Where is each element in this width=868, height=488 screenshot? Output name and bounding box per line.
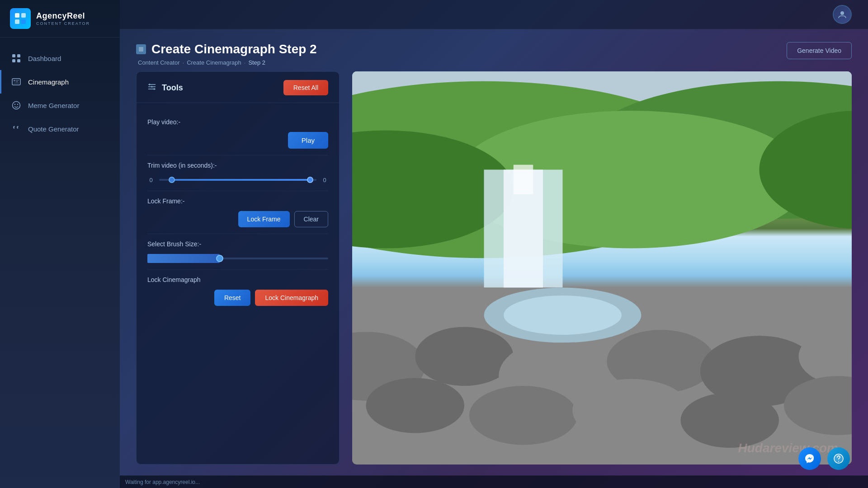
- meme-icon: [11, 100, 22, 111]
- sidebar-nav: Dashboard Cinemagraph: [0, 38, 120, 488]
- svg-point-51: [838, 461, 839, 462]
- sidebar-item-quote-label: Quote Generator: [28, 125, 79, 133]
- page-header: Create Cinemagraph Step 2 Content Creato…: [136, 42, 852, 66]
- brush-size-section: Select Brush Size:-: [147, 234, 328, 270]
- svg-point-13: [13, 102, 20, 109]
- breadcrumb-content-creator: Content Creator: [138, 59, 180, 66]
- svg-rect-0: [15, 13, 19, 18]
- svg-rect-1: [21, 13, 26, 18]
- svg-rect-34: [514, 165, 533, 194]
- svg-point-43: [469, 386, 577, 445]
- svg-point-15: [17, 104, 18, 105]
- svg-point-45: [681, 393, 779, 448]
- svg-point-44: [572, 379, 690, 442]
- breadcrumb-sep-2: ·: [244, 59, 246, 66]
- play-button[interactable]: Play: [288, 132, 328, 149]
- video-preview: Hudareview.com: [352, 71, 852, 465]
- page-title-area: Create Cinemagraph Step 2 Content Creato…: [136, 42, 317, 66]
- tools-icon: [147, 83, 156, 93]
- lock-frame-label: Lock Frame:-: [147, 197, 328, 205]
- svg-rect-7: [17, 59, 20, 62]
- floating-buttons: [798, 447, 850, 470]
- trim-range[interactable]: [159, 175, 316, 184]
- sidebar-item-dashboard[interactable]: Dashboard: [0, 47, 120, 70]
- svg-rect-12: [14, 83, 19, 84]
- logo-icon: [10, 8, 31, 29]
- tools-title-text: Tools: [162, 83, 183, 93]
- svg-point-48: [504, 296, 622, 335]
- reset-all-button[interactable]: Reset All: [283, 80, 328, 95]
- play-video-label: Play video:-: [147, 118, 328, 126]
- svg-rect-10: [16, 80, 19, 81]
- svg-rect-11: [16, 81, 18, 82]
- play-video-section: Play video:- Play: [147, 112, 328, 155]
- messenger-button[interactable]: [798, 447, 821, 470]
- brush-thumb[interactable]: [216, 255, 223, 262]
- breadcrumb-create-cinemagraph: Create Cinemagraph: [187, 59, 241, 66]
- content-area: Create Cinemagraph Step 2 Content Creato…: [120, 29, 868, 475]
- sidebar-logo: AgencyReel CONTENT CREATOR: [0, 0, 120, 38]
- brush-range[interactable]: [147, 254, 328, 263]
- sidebar: AgencyReel CONTENT CREATOR Dashboard: [0, 0, 120, 488]
- page-title-text: Create Cinemagraph Step 2: [151, 42, 317, 56]
- svg-rect-9: [14, 80, 15, 81]
- generate-video-button[interactable]: Generate Video: [787, 42, 852, 59]
- svg-rect-18: [139, 47, 143, 52]
- clear-button[interactable]: Clear: [294, 211, 328, 227]
- play-video-row: Play: [147, 132, 328, 149]
- logo-title: AgencyReel: [36, 11, 90, 21]
- svg-point-37: [415, 327, 514, 386]
- quote-icon: [11, 123, 22, 134]
- sidebar-item-meme-generator[interactable]: Meme Generator: [0, 94, 120, 117]
- brush-size-label: Select Brush Size:-: [147, 240, 328, 248]
- sidebar-item-quote-generator[interactable]: Quote Generator: [0, 117, 120, 141]
- main-area: Create Cinemagraph Step 2 Content Creato…: [120, 0, 868, 488]
- cinemagraph-icon: [11, 76, 22, 87]
- trim-slider-container: 0 0: [147, 175, 328, 184]
- svg-rect-2: [15, 19, 19, 24]
- page-title: Create Cinemagraph Step 2: [136, 42, 317, 56]
- trim-right-value: 0: [321, 177, 328, 183]
- trim-thumb-left[interactable]: [169, 177, 175, 183]
- lock-frame-button[interactable]: Lock Frame: [238, 211, 290, 227]
- dashboard-icon: [11, 53, 22, 64]
- svg-rect-5: [17, 54, 20, 57]
- reset-button[interactable]: Reset: [214, 290, 251, 306]
- tools-header: Tools Reset All: [137, 72, 339, 103]
- svg-rect-6: [12, 59, 15, 62]
- brush-slider-container: [147, 254, 328, 263]
- help-button[interactable]: [827, 447, 850, 470]
- trim-left-value: 0: [147, 177, 155, 183]
- statusbar: Waiting for app.agencyreel.io...: [120, 475, 868, 488]
- trim-fill: [172, 179, 310, 181]
- status-text: Waiting for app.agencyreel.io...: [125, 479, 200, 485]
- logo-subtitle: CONTENT CREATOR: [36, 21, 90, 26]
- breadcrumb-step2: Step 2: [248, 59, 265, 66]
- brush-fill: [147, 254, 220, 263]
- tools-body: Play video:- Play Trim video (in seconds…: [137, 103, 339, 464]
- lock-cinemagraph-button[interactable]: Lock Cinemagraph: [255, 290, 328, 306]
- content-row: Tools Reset All Play video:- Play Trim: [136, 71, 852, 465]
- tools-panel: Tools Reset All Play video:- Play Trim: [136, 71, 340, 465]
- user-avatar[interactable]: [833, 5, 852, 24]
- tools-title: Tools: [147, 83, 183, 93]
- lock-cinemagraph-section: Lock Cinemagraph Reset Lock Cinemagraph: [147, 270, 328, 312]
- logo-text: AgencyReel CONTENT CREATOR: [36, 11, 90, 26]
- svg-point-14: [14, 104, 15, 105]
- sidebar-item-meme-label: Meme Generator: [28, 102, 79, 109]
- breadcrumb-sep-1: ·: [183, 59, 184, 66]
- video-preview-inner: Hudareview.com: [352, 71, 852, 465]
- svg-rect-4: [12, 54, 15, 57]
- sidebar-item-dashboard-label: Dashboard: [28, 55, 61, 62]
- sidebar-item-cinemagraph[interactable]: Cinemagraph: [0, 70, 120, 94]
- sidebar-item-cinemagraph-label: Cinemagraph: [28, 78, 69, 86]
- lock-frame-row: Lock Frame Clear: [147, 211, 328, 227]
- svg-point-42: [366, 378, 465, 433]
- trim-video-label: Trim video (in seconds):-: [147, 162, 328, 169]
- svg-rect-3: [21, 19, 26, 24]
- trim-thumb-right[interactable]: [307, 177, 313, 183]
- breadcrumb: Content Creator · Create Cinemagraph · S…: [136, 59, 317, 66]
- lock-frame-section: Lock Frame:- Lock Frame Clear: [147, 191, 328, 234]
- video-svg-overlay: [352, 71, 852, 465]
- svg-point-16: [840, 11, 844, 15]
